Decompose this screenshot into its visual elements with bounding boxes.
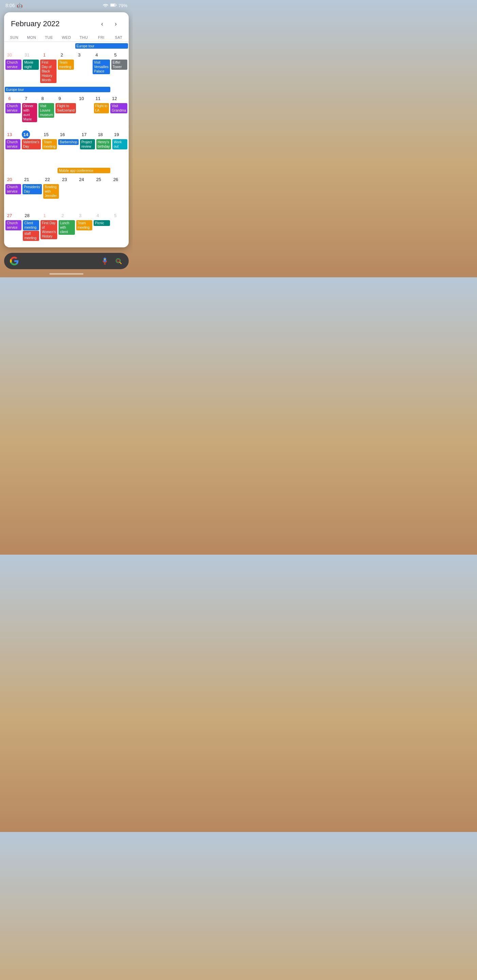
day-cell[interactable]: 1First Day of Black History Month [40, 50, 57, 84]
day-cell[interactable]: 11Flight to LA [93, 94, 110, 127]
day-cell[interactable]: 16Barbershop [57, 130, 79, 165]
event-chip[interactable]: Visit Versailles Palace [93, 60, 110, 74]
day-cell[interactable]: 8Visit Louvre museum [38, 94, 55, 127]
home-indicator [49, 273, 83, 275]
event-chip[interactable]: Project review [80, 139, 95, 150]
event-chip[interactable]: First Day of Women's History [40, 220, 57, 239]
status-right: 79% [103, 3, 127, 8]
span-events-week-2: Europe tour [5, 86, 128, 93]
day-cell[interactable]: 22Bowling with Jennifer [43, 175, 60, 208]
calendar-container: February 2022 ‹ › SUN MON TUE WED THU FR… [4, 12, 129, 247]
event-chip[interactable]: Henry's birthday [96, 139, 111, 150]
span-event[interactable]: Europe tour [5, 87, 110, 92]
span-events-week-1: Europe tour [5, 43, 128, 49]
day-header-mon: MON [23, 34, 40, 41]
event-chip[interactable]: Flight to LA [94, 103, 109, 113]
day-number: 7 [22, 94, 30, 102]
day-cell[interactable]: 2Team meeting [57, 50, 75, 84]
day-number: 8 [38, 94, 47, 102]
day-cell[interactable]: 27Church service [5, 211, 22, 246]
event-chip[interactable]: Church service [5, 139, 21, 150]
day-cell[interactable]: 4Visit Versailles Palace [92, 50, 111, 84]
day-cell[interactable]: 17Project review [79, 130, 96, 165]
event-chip[interactable]: Work out [112, 139, 127, 150]
day-header-thu: THU [75, 34, 93, 41]
event-chip[interactable]: Client meeting [23, 220, 39, 231]
event-chip[interactable]: First Day of Black History Month [40, 60, 56, 83]
day-cell[interactable]: 31Movie night [22, 50, 40, 84]
day-number: 21 [22, 175, 30, 183]
calendar-grid: Europe tour30Church service31Movie night… [4, 42, 129, 247]
day-number: 20 [5, 175, 14, 183]
day-cell[interactable]: 21Presidents' Day [22, 175, 43, 208]
event-chip[interactable]: Valentine's Day [22, 139, 41, 150]
day-cell[interactable]: 18Henry's birthday [96, 130, 112, 165]
day-cell[interactable]: 4Picnic [93, 211, 110, 246]
day-cell[interactable]: 20Church service [5, 175, 22, 208]
day-cell[interactable]: 14Valentine's Day [21, 130, 41, 165]
day-cell[interactable]: 26 [111, 175, 128, 208]
lens-search-button[interactable] [114, 256, 123, 266]
day-cell[interactable]: 23 [60, 175, 77, 208]
day-cell[interactable]: 5 [111, 211, 128, 246]
day-cell[interactable]: 6Church service [5, 94, 21, 127]
day-cell[interactable]: 30Church service [5, 50, 22, 84]
event-chip[interactable]: Visit Louvre museum [38, 103, 54, 118]
day-number: 11 [94, 94, 102, 102]
status-bar: 8:06 🤖 79% [0, 0, 133, 10]
day-cell[interactable]: 3Team meeting [76, 211, 93, 246]
event-chip[interactable]: Church service [5, 103, 21, 113]
event-chip[interactable]: Visit Grandma [110, 103, 127, 113]
event-chip[interactable]: Dinner with aunt Marie [22, 103, 37, 122]
google-search-bar[interactable] [4, 253, 129, 269]
svg-rect-1 [116, 5, 116, 6]
day-cell[interactable]: 7Dinner with aunt Marie [21, 94, 38, 127]
span-event[interactable]: Europe tour [75, 43, 128, 49]
event-chip[interactable]: Team meeting [42, 139, 57, 150]
week-row-1: Europe tour30Church service31Movie night… [4, 42, 129, 86]
day-number: 9 [56, 94, 64, 102]
day-cell[interactable]: 2Lunch with client [58, 211, 75, 246]
day-cell[interactable]: 19Work out [112, 130, 128, 165]
week-row-3: 13Church service14Valentine's Day15Team … [4, 129, 129, 166]
event-chip[interactable]: Barbershop [58, 139, 79, 145]
event-chip[interactable]: Church service [5, 60, 21, 70]
voice-search-button[interactable] [100, 256, 110, 266]
event-chip[interactable]: Team meeting [58, 60, 74, 70]
battery-percent: 79% [118, 3, 127, 8]
day-cell[interactable]: 15Team meeting [41, 130, 58, 165]
day-cell[interactable]: 28Client meetingstaff meeting [22, 211, 40, 246]
event-chip[interactable]: Church service [5, 220, 21, 231]
span-events-week-4: Mobile app conference [5, 167, 128, 174]
calendar-title: February 2022 [11, 19, 60, 28]
day-number: 24 [78, 175, 86, 183]
event-chip[interactable]: staff meeting [23, 231, 39, 241]
event-chip[interactable]: Presidents' Day [22, 184, 42, 194]
event-chip[interactable]: Movie night [23, 60, 39, 70]
event-chip[interactable]: Flight to Switzerland [56, 103, 76, 113]
next-month-button[interactable]: › [110, 18, 122, 30]
day-cell[interactable]: 5Eiffel Tower [111, 50, 128, 84]
day-cell[interactable]: 13Church service [5, 130, 21, 165]
event-chip[interactable]: Church service [5, 184, 21, 194]
day-number: 12 [110, 94, 118, 102]
event-chip[interactable]: Team meeting [76, 220, 92, 231]
week-row-2: Europe tour6Church service7Dinner with a… [4, 86, 129, 129]
day-number: 22 [43, 175, 51, 183]
day-cell[interactable]: 12Visit Grandma [110, 94, 128, 127]
span-event[interactable]: Mobile app conference [57, 168, 110, 173]
day-cell[interactable]: 1First Day of Women's History [40, 211, 58, 246]
day-cell[interactable]: 3 [75, 50, 92, 84]
event-chip[interactable]: Bowling with Jennifer [43, 184, 59, 199]
day-cell[interactable]: 25 [94, 175, 111, 208]
event-chip[interactable]: Lunch with client [59, 220, 75, 235]
week-days-4: 20Church service21Presidents' Day22Bowli… [4, 174, 129, 210]
event-chip[interactable]: Picnic [94, 220, 110, 226]
week-days-5: 27Church service28Client meetingstaff me… [4, 210, 129, 247]
event-chip[interactable]: Eiffel Tower [111, 60, 127, 70]
battery-icon [110, 3, 116, 8]
day-cell[interactable]: 10 [77, 94, 93, 127]
day-cell[interactable]: 24 [77, 175, 94, 208]
day-cell[interactable]: 9Flight to Switzerland [55, 94, 77, 127]
prev-month-button[interactable]: ‹ [96, 18, 108, 30]
